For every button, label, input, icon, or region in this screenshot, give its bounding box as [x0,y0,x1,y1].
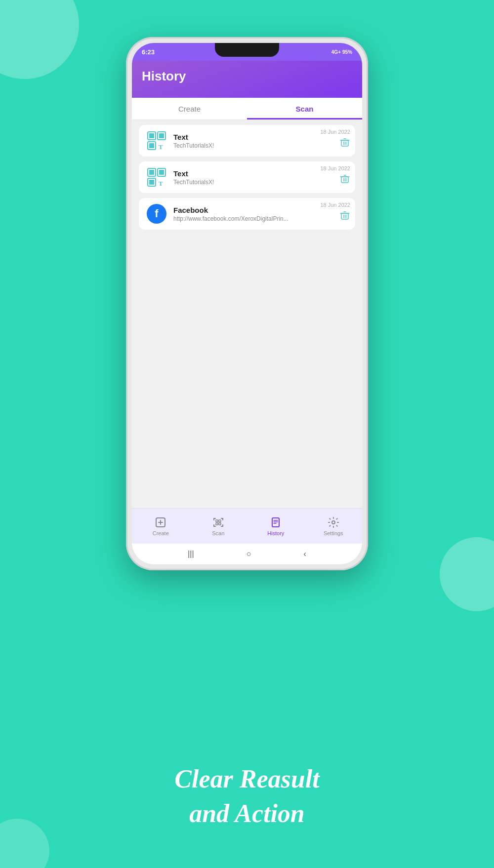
bottom-nav: Create Scan [132,508,362,544]
nav-item-settings[interactable]: Settings [305,509,363,544]
text-qr-icon: T [146,166,167,188]
nav-item-history[interactable]: History [247,509,305,544]
battery-icon: 95% [342,49,352,55]
list-item[interactable]: f Facebook http://www.facebook.com/Xerox… [139,198,355,230]
app-header: History [132,61,362,98]
svg-rect-37 [216,523,218,525]
signal-icon: 4G+ [331,49,341,55]
promo-line1: Clear Reasult [0,764,494,794]
settings-icon [327,516,340,529]
content-area: Create Scan [132,98,362,544]
bg-circle-bottomright [440,537,494,611]
card-meta: 18 Jun 2022 [320,165,350,186]
home-button[interactable]: ○ [247,550,251,558]
card-date: 18 Jun 2022 [320,129,350,135]
scan-history-list: T Text TechTutorialsX! 18 Jun 2022 [132,120,362,508]
tab-bar: Create Scan [132,98,362,120]
svg-rect-16 [159,170,164,175]
plus-square-icon [154,516,167,529]
history-icon [269,516,282,529]
phone-frame: 6:23 4G+ 95% History Create Scan [126,37,368,570]
list-item[interactable]: T Text TechTutorialsX! 18 Jun 2022 [139,125,355,157]
phone-notch [215,43,279,57]
android-nav-bar: ||| ○ ‹ [132,544,362,564]
svg-rect-3 [159,133,164,138]
recent-apps-button[interactable]: ||| [188,550,194,558]
svg-text:T: T [159,143,163,151]
svg-text:T: T [159,180,163,187]
nav-label-history: History [267,530,284,536]
back-button[interactable]: ‹ [304,550,306,558]
svg-rect-35 [216,520,218,522]
facebook-logo: f [147,204,166,224]
nav-label-scan: Scan [212,530,224,536]
card-meta: 18 Jun 2022 [320,202,350,223]
delete-button[interactable] [320,137,350,150]
svg-rect-18 [149,180,154,185]
bg-circle-topleft [0,0,79,79]
svg-point-43 [332,521,335,524]
text-qr-icon: T [146,130,167,152]
svg-rect-36 [219,520,221,522]
status-time: 6:23 [142,48,155,56]
nav-item-create[interactable]: Create [132,509,190,544]
delete-button[interactable] [320,173,350,186]
svg-rect-39 [272,518,279,527]
svg-rect-38 [219,523,221,525]
promo-line2: and Action [0,799,494,829]
card-date: 18 Jun 2022 [320,165,350,171]
delete-button[interactable] [320,210,350,223]
svg-rect-1 [149,133,154,138]
page-title: History [142,69,352,84]
list-item[interactable]: T Text TechTutorialsX! 18 Jun 2022 [139,161,355,193]
svg-rect-14 [149,170,154,175]
card-date: 18 Jun 2022 [320,202,350,208]
tab-scan[interactable]: Scan [247,98,362,119]
facebook-icon: f [146,203,167,225]
status-icons: 4G+ 95% [331,49,352,55]
nav-label-settings: Settings [324,530,343,536]
tab-create[interactable]: Create [132,98,247,119]
phone-screen: 6:23 4G+ 95% History Create Scan [132,43,362,564]
card-meta: 18 Jun 2022 [320,129,350,150]
scan-qr-icon [212,516,225,529]
nav-label-create: Create [153,530,169,536]
promo-text: Clear Reasult and Action [0,764,494,829]
svg-rect-5 [149,143,154,148]
nav-item-scan[interactable]: Scan [190,509,247,544]
